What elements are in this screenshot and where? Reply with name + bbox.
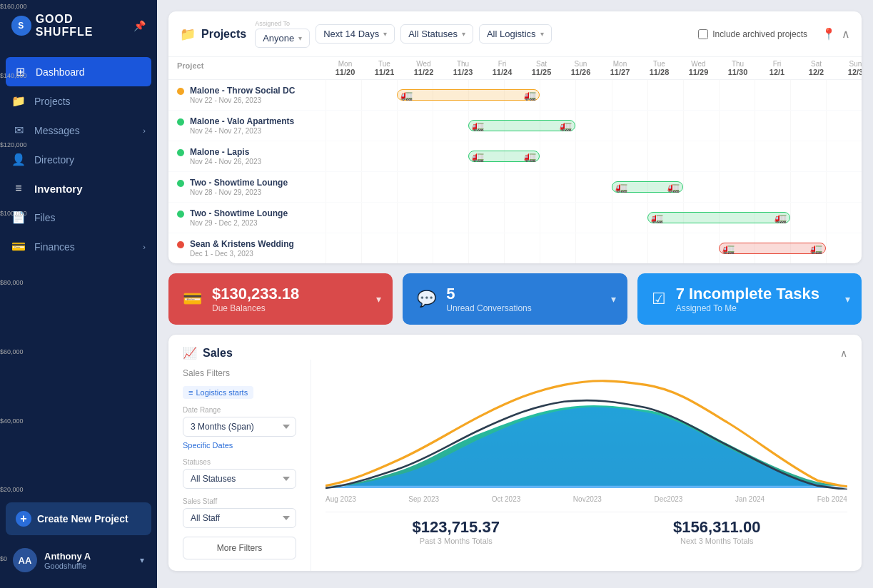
logistics-value: All Logistics bbox=[487, 29, 536, 39]
gantt-bar[interactable]: 🚛🚛 bbox=[719, 243, 826, 254]
gantt-bar[interactable]: 🚛🚛 bbox=[612, 181, 683, 193]
inventory-icon: ≡ bbox=[11, 182, 26, 195]
project-info: Malone - Throw Social DC Nov 22 - Nov 26… bbox=[168, 81, 326, 109]
filter-group: Assigned To Anyone ▾ Next 14 Days ▾ All … bbox=[255, 20, 807, 48]
sidebar-item-finances[interactable]: 💳 Finances › bbox=[0, 232, 157, 261]
next-total: $156,311.00 Next 3 Months Totals bbox=[673, 518, 760, 545]
location-icon-button[interactable]: 📍 bbox=[822, 27, 836, 41]
table-row[interactable]: Malone - Throw Social DC Nov 22 - Nov 26… bbox=[168, 80, 862, 111]
dashboard-icon: ⊞ bbox=[13, 65, 27, 78]
project-dot bbox=[177, 88, 184, 95]
logistics-tag[interactable]: ≡ Logistics starts bbox=[183, 386, 253, 399]
archive-checkbox-input[interactable] bbox=[698, 29, 708, 39]
due-balances-card[interactable]: 💳 $130,233.18 Due Balances ▾ bbox=[168, 273, 393, 325]
chart-area: $160,000 $140,000 $120,000 $100,000 $80,… bbox=[311, 360, 862, 571]
table-row[interactable]: Two - Showtime Lounge Nov 29 - Dec 2, 20… bbox=[168, 203, 862, 233]
specific-dates-link[interactable]: Specific Dates bbox=[183, 441, 296, 450]
sidebar-item-label: Directory bbox=[34, 154, 74, 166]
gantt-bar[interactable]: 🚛🚛 bbox=[468, 151, 540, 162]
project-column-header: Project bbox=[168, 57, 326, 80]
date-column-header: Thu11/23 bbox=[443, 57, 483, 79]
date-num: 11/23 bbox=[445, 68, 481, 76]
statuses-select[interactable]: All Statuses bbox=[183, 469, 296, 489]
sales-collapse-button[interactable]: ∧ bbox=[840, 348, 847, 359]
avatar: AA bbox=[13, 548, 37, 572]
sidebar-item-dashboard[interactable]: ⊞ Dashboard bbox=[6, 57, 151, 86]
truck-start-icon: 🚛 bbox=[651, 212, 663, 223]
pin-icon[interactable]: 📌 bbox=[133, 20, 146, 31]
date-column-header: Wed11/22 bbox=[404, 57, 443, 79]
date-range-filter[interactable]: Next 14 Days ▾ bbox=[316, 24, 395, 44]
sidebar-item-label: Inventory bbox=[34, 183, 83, 195]
sidebar-item-files[interactable]: 📄 Files bbox=[0, 203, 157, 232]
date-range-field-label: Date Range bbox=[183, 406, 296, 414]
table-row[interactable]: Two - Showtime Lounge Nov 28 - Nov 29, 2… bbox=[168, 172, 862, 203]
gantt-bar[interactable]: 🚛🚛 bbox=[468, 120, 575, 131]
date-num: 11/27 bbox=[602, 68, 638, 76]
timeline-header-row: Project Mon11/20Tue11/21Wed11/22Thu11/23… bbox=[168, 57, 862, 80]
sidebar-item-messages[interactable]: ✉ Messages › bbox=[0, 116, 157, 145]
sales-filters-panel: Sales Filters ≡ Logistics starts Date Ra… bbox=[168, 360, 311, 571]
more-filters-button[interactable]: More Filters bbox=[183, 537, 296, 559]
user-info: Anthony A Goodshuffle bbox=[44, 551, 133, 570]
create-new-project-button[interactable]: + Create New Project bbox=[6, 502, 151, 535]
past-total-label: Past 3 Months Totals bbox=[413, 537, 500, 545]
project-dates: Nov 24 - Nov 26, 2023 bbox=[190, 158, 261, 166]
date-day: Sat bbox=[523, 60, 560, 68]
sales-content: Sales Filters ≡ Logistics starts Date Ra… bbox=[168, 360, 862, 571]
main-content: 📁 Projects Assigned To Anyone ▾ Next 14 … bbox=[157, 0, 873, 588]
sidebar: S GOOD SHUFFLE 📌 ⊞ Dashboard 📁 Projects … bbox=[0, 0, 157, 588]
date-range-select[interactable]: 3 Months (Span) bbox=[183, 417, 296, 437]
date-day: Wed bbox=[405, 60, 442, 68]
date-day: Sun bbox=[562, 60, 599, 68]
incomplete-tasks-card[interactable]: ☑ 7 Incomplete Tasks Assigned To Me ▾ bbox=[637, 273, 862, 325]
sales-totals: $123,715.37 Past 3 Months Totals $156,31… bbox=[326, 512, 847, 545]
date-day: Mon bbox=[602, 60, 638, 68]
chevron-down-icon: ▾ bbox=[540, 30, 544, 38]
date-range-field: Date Range 3 Months (Span) bbox=[183, 406, 296, 437]
stat-content: 5 Unread Conversations bbox=[446, 285, 612, 313]
due-balances-label: Due Balances bbox=[212, 303, 378, 313]
truck-start-icon: 🚛 bbox=[615, 181, 627, 193]
date-column-header: Mon11/27 bbox=[600, 57, 640, 79]
date-column-header: Mon11/20 bbox=[326, 57, 365, 79]
unread-conversations-card[interactable]: 💬 5 Unread Conversations ▾ bbox=[403, 273, 627, 325]
assigned-value: Anyone bbox=[263, 33, 294, 44]
assigned-filter[interactable]: Anyone ▾ bbox=[255, 29, 310, 48]
date-column-header: Fri11/24 bbox=[483, 57, 522, 79]
status-filter[interactable]: All Statuses ▾ bbox=[400, 24, 473, 44]
next-total-value: $156,311.00 bbox=[673, 518, 760, 537]
sidebar-item-inventory[interactable]: ≡ Inventory bbox=[0, 174, 157, 203]
timeline-bar-area: 🚛🚛 bbox=[326, 111, 862, 141]
archive-checkbox[interactable]: Include archived projects bbox=[698, 29, 807, 39]
timeline-rows: Malone - Throw Social DC Nov 22 - Nov 26… bbox=[168, 80, 862, 263]
table-row[interactable]: Malone - Lapis Nov 24 - Nov 26, 2023 🚛🚛 bbox=[168, 141, 862, 172]
staff-select[interactable]: All Staff bbox=[183, 508, 296, 528]
sidebar-item-label: Dashboard bbox=[36, 66, 85, 78]
user-profile[interactable]: AA Anthony A Goodshuffle ▾ bbox=[6, 541, 151, 579]
gantt-bar[interactable]: 🚛🚛 bbox=[397, 89, 540, 101]
logistics-filter[interactable]: All Logistics ▾ bbox=[479, 24, 552, 44]
date-day: Sun bbox=[837, 60, 862, 68]
project-name: Sean & Kristens Wedding bbox=[190, 239, 294, 250]
date-day: Thu bbox=[720, 60, 756, 68]
projects-header: 📁 Projects Assigned To Anyone ▾ Next 14 … bbox=[168, 11, 862, 57]
statuses-field: Statuses All Statuses bbox=[183, 458, 296, 489]
x-label: Aug 2023 bbox=[326, 495, 356, 503]
sidebar-item-projects[interactable]: 📁 Projects bbox=[0, 86, 157, 116]
truck-start-icon: 🚛 bbox=[400, 89, 413, 101]
chevron-right-icon: › bbox=[143, 243, 146, 251]
project-info: Two - Showtime Lounge Nov 29 - Dec 2, 20… bbox=[168, 204, 326, 232]
sales-card: 📈 Sales ∧ Sales Filters ≡ Logistics star… bbox=[168, 335, 862, 571]
date-column-header: Sun12/3 bbox=[836, 57, 862, 79]
table-row[interactable]: Sean & Kristens Wedding Dec 1 - Dec 3, 2… bbox=[168, 233, 862, 263]
gantt-bar[interactable]: 🚛🚛 bbox=[647, 212, 790, 223]
sidebar-item-directory[interactable]: 👤 Directory bbox=[0, 145, 157, 174]
sales-header: 📈 Sales ∧ bbox=[168, 335, 862, 360]
table-row[interactable]: Malone - Valo Apartments Nov 24 - Nov 27… bbox=[168, 111, 862, 141]
logo-area: S GOOD SHUFFLE 📌 bbox=[0, 0, 157, 51]
collapse-button[interactable]: ∧ bbox=[842, 27, 850, 41]
project-info: Sean & Kristens Wedding Dec 1 - Dec 3, 2… bbox=[168, 235, 326, 263]
next-total-label: Next 3 Months Totals bbox=[673, 537, 760, 545]
project-dot bbox=[177, 149, 184, 156]
